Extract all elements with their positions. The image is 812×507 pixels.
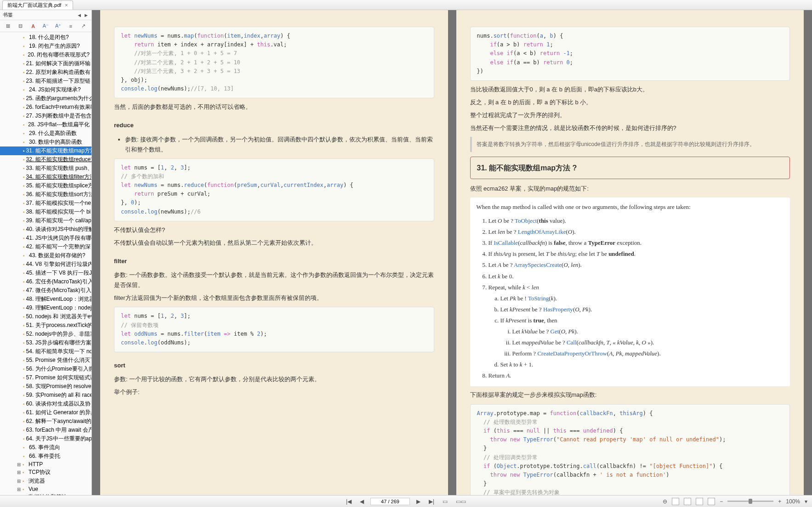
bookmark-item[interactable]: ▪47. 微任务(MicroTask)引入 [0, 286, 91, 295]
text: 整个过程就完成了一次升序的排列。 [470, 110, 790, 120]
bookmark-item[interactable]: ▪26. forEach中return有效果吗 [0, 103, 91, 112]
bookmark-item[interactable]: ▪35. 能不能实现数组splice方 [0, 181, 91, 190]
bookmark-item[interactable]: ▪27. JS判断数组中是否包含 [0, 112, 91, 120]
font-large-icon[interactable]: A⁺ [53, 22, 63, 31]
bookmark-item[interactable]: ▪33. 能不能实现数组 push、 [0, 164, 91, 173]
bookmark-item[interactable]: ⊞▪HTTP [0, 461, 91, 468]
bookmark-item[interactable]: ▪43. 数据是如何存储的? [0, 251, 91, 260]
document-viewport[interactable]: let newNums = nums.map(function(item,ind… [92, 10, 812, 495]
bookmark-item[interactable]: ▪22. 原型对象和构造函数有 [0, 68, 91, 77]
bookmark-item[interactable]: ▪24. JS如何实现继承? [0, 85, 91, 94]
text: 参数: 一个函数参数。这个函数接受一个默认参数，就是当前元素。这个作为参数的函数… [114, 270, 434, 290]
bookmark-item[interactable]: ▪45. 描述一下 V8 执行一段J [0, 269, 91, 277]
expand-icon[interactable]: ⊞ [3, 22, 13, 31]
font-small-icon[interactable]: A⁻ [40, 22, 51, 31]
code-block-sort: nums.sort(function(a, b) { if(a > b) ret… [470, 27, 790, 81]
bookmark-item[interactable]: ▪54. 能不能简单实现一下 no [0, 347, 91, 356]
view-mode-1-icon[interactable] [672, 498, 679, 505]
bookmark-item[interactable]: ⊞▪TCP协议 [0, 468, 91, 477]
bookmark-item[interactable]: ⊞▪Vue [0, 485, 91, 493]
layout-double-icon[interactable]: ▭▭ [454, 497, 468, 506]
arrow-icon[interactable]: ↗ [78, 22, 88, 31]
bookmark-item[interactable]: ▪25. 函数的arguments为什么 [0, 94, 91, 103]
code-block-reduce: let nums = [1, 2, 3]; // 多个数的加和 let newN… [114, 158, 434, 221]
zoom-out-icon[interactable]: ⊖ [663, 498, 667, 505]
bookmark-item[interactable]: ▪56. 为什么Promise要引入微 [0, 365, 91, 373]
bookmark-item[interactable]: ▪41. JS中浅拷贝的手段有哪 [0, 234, 91, 242]
prev-page-button[interactable]: ◀ [358, 497, 366, 506]
zoom-minus-icon[interactable]: − [720, 498, 723, 505]
section-title-box: 31. 能不能实现数组map方法 ? [470, 157, 790, 179]
view-mode-4-icon[interactable] [708, 498, 715, 505]
bookmark-item[interactable]: ▪53. JS异步编程有哪些方案 [0, 338, 91, 347]
heading-reduce: reduce [114, 120, 434, 130]
bookmark-item[interactable]: ▪31. 能不能实现数组map方法 [0, 146, 91, 155]
view-mode-3-icon[interactable] [696, 498, 703, 505]
code-block-filter: let nums = [1, 2, 3]; // 保留奇数项 let oddNu… [114, 307, 434, 352]
bookmark-item[interactable]: ▪37. 能不能模拟实现一个ne [0, 199, 91, 208]
bookmark-tree[interactable]: ▪18. 什么是闭包?▪19. 闭包产生的原因?▪20. 闭包有哪些表现形式?▪… [0, 32, 91, 495]
collapse-icon[interactable]: ⊟ [16, 22, 26, 31]
blockquote: 答案是将数字转换为字符串，然后根据字母unicode值进行升序排序，也就是根据字… [470, 137, 790, 152]
bookmark-item[interactable]: ▪49. 理解EventLoop：nodejs [0, 304, 91, 312]
text: 当比较函数返回值大于0，则 a 在 b 的后面，即a的下标应该比b大。 [470, 84, 790, 95]
font-normal-icon[interactable]: A [28, 22, 38, 31]
list-icon[interactable]: ≡ [66, 22, 76, 31]
zoom-dropdown-icon[interactable]: ▾ [805, 498, 807, 505]
text: 依照 ecma262 草案，实现的map的规范如下: [470, 184, 790, 194]
document-tab[interactable]: 前端大厂面试题宝典.pdf × [2, 0, 73, 10]
bookmark-item[interactable]: ▪42. 能不能写一个完整的深 [0, 242, 91, 251]
bookmark-item[interactable]: ▪58. 实现Promise的 resolve、 [0, 382, 91, 391]
bookmark-item[interactable]: ▪36. 能不能实现数组sort方法 [0, 190, 91, 199]
bookmark-item[interactable]: ▪30. 数组中的高阶函数 [0, 138, 91, 146]
bookmark-item[interactable]: ▪19. 闭包产生的原因? [0, 42, 91, 51]
bookmark-item[interactable]: ▪23. 能不能描述一下原型链 [0, 77, 91, 85]
bookmark-item[interactable]: ▪28. JS中flat---数组扁平化 [0, 120, 91, 129]
bookmark-item[interactable]: ▪40. 谈谈你对JS中this的理解 [0, 225, 91, 234]
text: 下面根据草案的规定一步步来模拟实现map函数: [470, 390, 790, 400]
bookmark-item[interactable]: ▪32. 能不能实现数组reduce方 [0, 155, 91, 164]
sidebar-title: 书签 [3, 11, 13, 18]
bookmark-item[interactable]: ▪57. Promise 如何实现链式调 [0, 373, 91, 382]
bookmark-item[interactable]: ▪20. 闭包有哪些表现形式? [0, 51, 91, 59]
bookmark-item[interactable]: ▪64. 关于JS中一些重要的api [0, 434, 91, 443]
code-block-map-impl: Array.prototype.map = function(callbackF… [470, 404, 790, 495]
bookmark-item[interactable]: ▪63. forEach 中用 await 会产生 [0, 426, 91, 434]
bookmark-item[interactable]: ▪50. nodejs 和 浏览器关于ev [0, 312, 91, 321]
bookmark-item[interactable]: ▪39. 能不能实现一个 call/ap [0, 216, 91, 225]
bookmark-item[interactable]: ▪38. 能不能模拟实现一个 bi [0, 208, 91, 216]
bookmark-item[interactable]: ▪52. nodejs中的异步、非阻塞 [0, 330, 91, 338]
bookmark-item[interactable]: ▪48. 理解EventLoop：浏览器 [0, 295, 91, 304]
bookmark-item[interactable]: ⊞▪浏览器 [0, 477, 91, 485]
layout-single-icon[interactable]: ▭ [441, 497, 449, 506]
bookmark-item[interactable]: ▪61. 如何让 Generator 的异步 [0, 408, 91, 417]
page-input[interactable] [370, 498, 410, 505]
bookmark-item[interactable]: ▪66. 事件委托 [0, 452, 91, 461]
last-page-button[interactable]: ▶| [427, 497, 436, 506]
bookmark-item[interactable]: ▪21. 如何解决下面的循环输 [0, 59, 91, 68]
view-mode-2-icon[interactable] [684, 498, 691, 505]
text: 不传默认值会自动以第一个元素为初始值，然后从第二个元素开始依次累计。 [114, 238, 434, 248]
bookmark-item[interactable]: ▪55. Promise 凭借什么消灭了 [0, 356, 91, 365]
text: 当然，后面的参数都是可选的，不用的话可以省略。 [114, 102, 434, 112]
bookmark-item[interactable]: ▪62. 解释一下async/await的 [0, 417, 91, 426]
bookmark-item[interactable]: ▪51. 关于process.nextTick的一 [0, 321, 91, 330]
zoom-slider[interactable] [727, 501, 773, 502]
close-icon[interactable]: × [65, 2, 68, 8]
text: 参数: 接收两个参数，一个为回调函数，另一个为初始值。回调函数中四个默认参数，依… [125, 135, 434, 155]
bookmark-item[interactable]: ▪18. 什么是闭包? [0, 33, 91, 42]
zoom-plus-icon[interactable]: + [778, 498, 781, 505]
chevron-left-icon[interactable]: ◄ [77, 12, 82, 18]
bookmark-item[interactable]: ▪60. 谈谈你对生成器以及协 [0, 400, 91, 408]
bookmark-item[interactable]: ▪46. 宏任务(MacroTask)引入 [0, 277, 91, 286]
chevron-right-icon[interactable]: ► [84, 12, 89, 18]
heading-sort: sort [114, 361, 434, 371]
first-page-button[interactable]: |◀ [344, 497, 353, 506]
bookmark-item[interactable]: ▪65. 事件流向 [0, 443, 91, 452]
bookmark-item[interactable]: ▪44. V8 引擎如何进行垃圾内 [0, 260, 91, 269]
bookmark-item[interactable]: ▪29. 什么是高阶函数 [0, 129, 91, 138]
bookmark-item[interactable]: ▪34. 能不能实现数组filter方法 [0, 173, 91, 181]
page-left: let newNums = nums.map(function(item,ind… [100, 10, 448, 495]
next-page-button[interactable]: ▶ [415, 497, 422, 506]
bookmark-item[interactable]: ▪59. 实Promise的 all 和 race [0, 391, 91, 400]
